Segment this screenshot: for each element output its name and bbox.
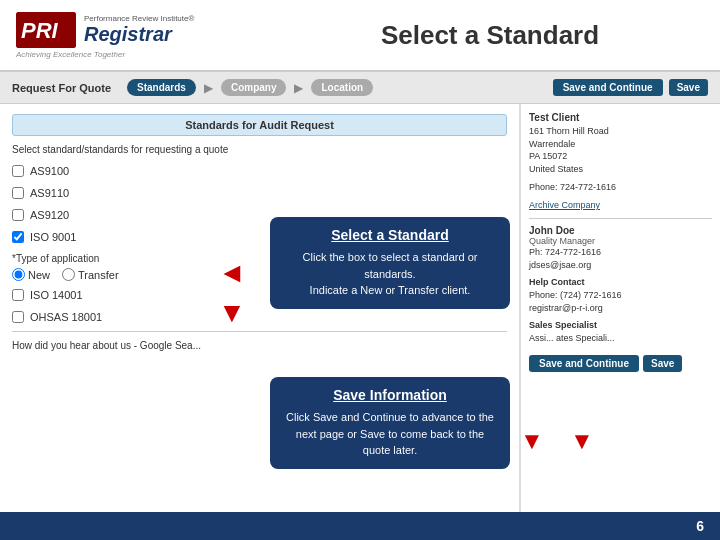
logo-box: PRI Performance Review Institute® Regist… bbox=[16, 12, 194, 48]
standard-as9100[interactable]: AS9100 bbox=[12, 163, 507, 179]
ohsas18001-checkbox[interactable] bbox=[12, 311, 24, 323]
nav-right-buttons: Save and Continue Save bbox=[553, 79, 708, 96]
contact-section: John Doe Quality Manager Ph: 724-772-161… bbox=[529, 225, 712, 271]
svg-text:PRI: PRI bbox=[21, 18, 59, 43]
divider bbox=[12, 331, 507, 332]
help-email: registrar@p-r-i.org bbox=[529, 302, 712, 315]
pri-full-text: Performance Review Institute® bbox=[84, 15, 194, 23]
contact-phone: Ph: 724-772-1616 bbox=[529, 246, 712, 259]
nav-step-standards[interactable]: Standards bbox=[127, 79, 196, 96]
save-continue-button-top[interactable]: Save and Continue bbox=[553, 79, 663, 96]
nav-page-label: Request For Quote bbox=[12, 82, 111, 94]
right-bottom-buttons: Save and Continue Save bbox=[529, 355, 712, 372]
ohsas18001-label: OHSAS 18001 bbox=[30, 311, 102, 323]
save-button-bottom[interactable]: Save bbox=[643, 355, 682, 372]
standard-as9120[interactable]: AS9120 bbox=[12, 207, 507, 223]
hear-about-section: How did you hear about us - Google Sea..… bbox=[12, 340, 507, 351]
help-contact-label: Help Contact bbox=[529, 277, 712, 287]
application-type-section: *Type of application New Transfer bbox=[12, 253, 507, 281]
logo-area: PRI Performance Review Institute® Regist… bbox=[16, 12, 236, 59]
as9100-label: AS9100 bbox=[30, 165, 69, 177]
client-address: 161 Thorn Hill RoadWarrendalePA 15072Uni… bbox=[529, 125, 712, 175]
registrar-logo: Performance Review Institute® Registrar bbox=[84, 15, 194, 45]
page-title: Select a Standard bbox=[236, 20, 704, 51]
contact-name: John Doe bbox=[529, 225, 712, 236]
radio-transfer[interactable] bbox=[62, 268, 75, 281]
standard-ohsas18001[interactable]: OHSAS 18001 bbox=[12, 309, 507, 325]
as9120-checkbox[interactable] bbox=[12, 209, 24, 221]
nav-bar: Request For Quote Standards ▶ Company ▶ … bbox=[0, 72, 720, 104]
as9120-label: AS9120 bbox=[30, 209, 69, 221]
registrar-text: Registrar bbox=[84, 23, 194, 45]
save-button-top[interactable]: Save bbox=[669, 79, 708, 96]
hear-about-label: How did you hear about us - Google Sea..… bbox=[12, 340, 507, 351]
as9110-label: AS9110 bbox=[30, 187, 69, 199]
sales-specialist-value: Assi... ates Speciali... bbox=[529, 332, 712, 345]
right-panel: Test Client 161 Thorn Hill RoadWarrendal… bbox=[520, 104, 720, 512]
iso9001-label: ISO 9001 bbox=[30, 231, 76, 243]
sales-specialist-label: Sales Specialist bbox=[529, 320, 712, 330]
radio-transfer-label[interactable]: Transfer bbox=[62, 268, 119, 281]
standard-iso9001[interactable]: ISO 9001 bbox=[12, 229, 507, 245]
radio-new-label[interactable]: New bbox=[12, 268, 50, 281]
standards-section-title: Standards for Audit Request bbox=[12, 114, 507, 136]
right-divider-1 bbox=[529, 218, 712, 219]
iso14001-checkbox[interactable] bbox=[12, 289, 24, 301]
contact-email: jdses@jsae.org bbox=[529, 259, 712, 272]
pri-logo: PRI bbox=[16, 12, 76, 48]
as9100-checkbox[interactable] bbox=[12, 165, 24, 177]
as9110-checkbox[interactable] bbox=[12, 187, 24, 199]
iso9001-checkbox[interactable] bbox=[12, 231, 24, 243]
radio-new[interactable] bbox=[12, 268, 25, 281]
client-name: Test Client bbox=[529, 112, 712, 123]
archive-company-link[interactable]: Archive Company bbox=[529, 200, 712, 210]
nav-arrow-1: ▶ bbox=[204, 81, 213, 95]
nav-step-company[interactable]: Company bbox=[221, 79, 287, 96]
radio-group: New Transfer bbox=[12, 268, 507, 281]
help-phone: Phone: (724) 772-1616 bbox=[529, 289, 712, 302]
standard-iso14001[interactable]: ISO 14001 bbox=[12, 287, 507, 303]
page-number: 6 bbox=[696, 518, 704, 534]
client-phone: Phone: 724-772-1616 bbox=[529, 181, 712, 194]
left-panel: Standards for Audit Request Select stand… bbox=[0, 104, 520, 512]
nav-step-location[interactable]: Location bbox=[311, 79, 373, 96]
save-continue-button-bottom[interactable]: Save and Continue bbox=[529, 355, 639, 372]
contact-role: Quality Manager bbox=[529, 236, 712, 246]
iso14001-label: ISO 14001 bbox=[30, 289, 83, 301]
main-content: Standards for Audit Request Select stand… bbox=[0, 104, 720, 512]
application-type-label: *Type of application bbox=[12, 253, 507, 264]
nav-arrow-2: ▶ bbox=[294, 81, 303, 95]
select-label: Select standard/standards for requesting… bbox=[12, 144, 507, 155]
standard-as9110[interactable]: AS9110 bbox=[12, 185, 507, 201]
header: PRI Performance Review Institute® Regist… bbox=[0, 0, 720, 72]
logo-tagline: Achieving Excellence Together bbox=[16, 50, 125, 59]
footer: 6 bbox=[0, 512, 720, 540]
